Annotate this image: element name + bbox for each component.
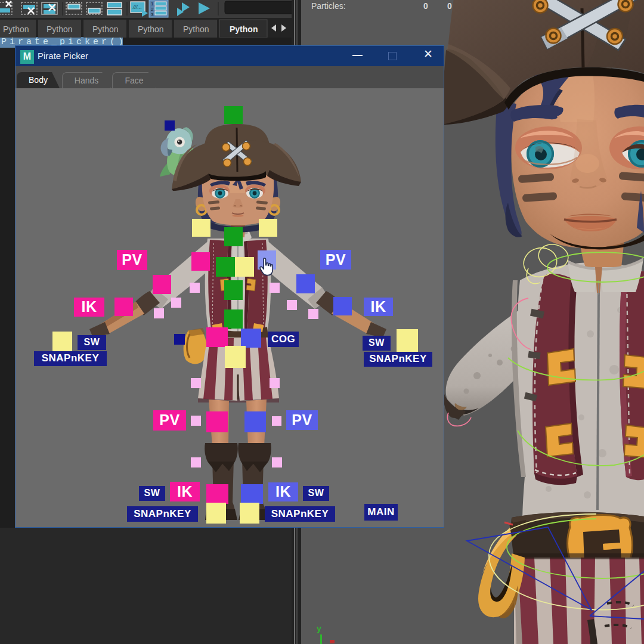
svg-text:Python: Python xyxy=(230,24,258,34)
svg-text:1: 1 xyxy=(151,1,154,7)
svg-text:Python: Python xyxy=(183,24,209,34)
svg-text:2: 2 xyxy=(151,7,154,12)
svg-text:Python: Python xyxy=(92,24,119,34)
svg-text:Python: Python xyxy=(138,24,164,34)
svg-text:///...: ///... xyxy=(132,4,142,10)
svg-text:Python: Python xyxy=(47,24,73,34)
svg-text:3: 3 xyxy=(151,12,154,17)
svg-text:Python: Python xyxy=(3,24,29,34)
